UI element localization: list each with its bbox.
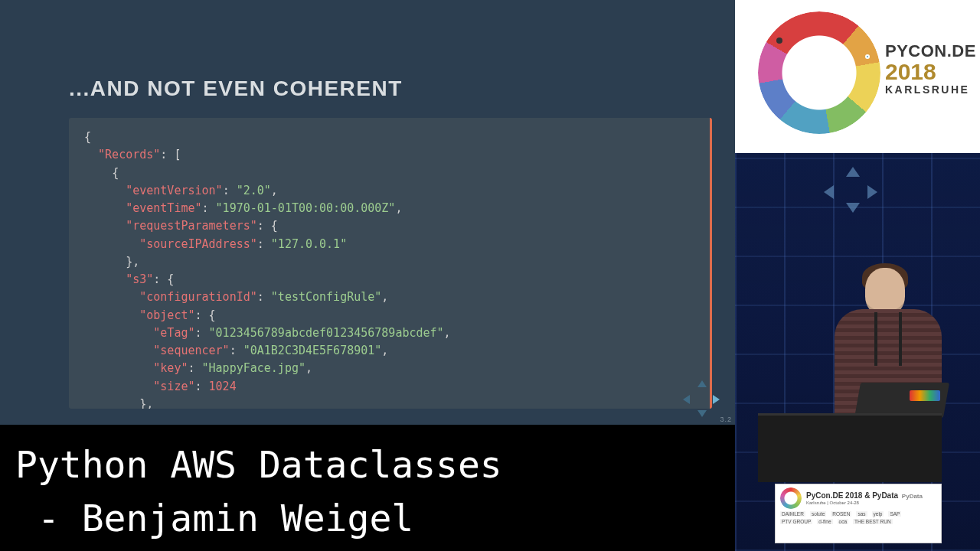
arrow-down-icon — [846, 203, 860, 213]
sponsor-chip: d-fine — [817, 519, 832, 524]
logo-line-city: KARLSRUHE — [885, 84, 976, 96]
code-line: "s3": { — [84, 271, 694, 289]
talk-title: Python AWS Dataclasses — [15, 443, 502, 486]
event-logo-panel: PYCON.DE 2018 KARLSRUHE — [735, 0, 980, 153]
sponsor-chip: solute — [810, 511, 826, 517]
code-line: "eventVersion": "2.0", — [84, 182, 694, 200]
code-line: "eventTime": "1970-01-01T00:00:00.000Z", — [84, 200, 694, 217]
speaker-name: - Benjamin Weigel — [15, 497, 413, 540]
code-line: "object": { — [84, 307, 694, 324]
code-line: { — [84, 165, 694, 182]
lectern — [758, 413, 942, 482]
code-line: }, — [84, 253, 694, 271]
sign-subtitle: & PyData — [864, 491, 898, 500]
sponsor-chip: oca — [838, 519, 848, 524]
sponsor-chip: sas — [856, 511, 867, 517]
speaker-camera-feed: PyCon.DE 2018 & PyData PyData Karlsruhe … — [735, 153, 980, 551]
mascot-eye-icon — [776, 37, 782, 44]
arrow-up-icon[interactable] — [697, 380, 707, 387]
code-line: }, — [84, 396, 694, 409]
sponsor-chip: THE BEST RUN — [853, 519, 893, 524]
sponsor-chip: SAP — [888, 511, 901, 517]
laptop-sticker-icon — [910, 390, 940, 401]
code-line: "eTag": "0123456789abcdef0123456789abcde… — [84, 324, 694, 342]
code-line: "key": "HappyFace.jpg", — [84, 360, 694, 377]
arrow-down-icon[interactable] — [697, 410, 707, 417]
pycon-ring-icon — [758, 11, 880, 134]
arrow-left-icon[interactable] — [683, 395, 690, 404]
projected-nav-arrows — [824, 167, 877, 213]
logo-line-event: PYCON.DE — [885, 42, 976, 60]
mascot-eye-icon — [865, 54, 870, 59]
pycon-ring-icon — [780, 487, 802, 509]
slide-title: ...AND NOT EVEN COHERENT — [69, 77, 712, 101]
code-line: "requestParameters": { — [84, 217, 694, 235]
sponsor-chip: DAIMLER — [780, 511, 805, 517]
code-line: "sourceIPAddress": "127.0.0.1" — [84, 236, 694, 253]
podium-sign: PyCon.DE 2018 & PyData PyData Karlsruhe … — [775, 484, 942, 543]
arrow-left-icon — [824, 185, 834, 199]
video-lower-third: Python AWS Dataclasses - Benjamin Weigel — [0, 425, 735, 551]
presentation-slide: ...AND NOT EVEN COHERENT { "Records": [ … — [0, 0, 735, 425]
event-logo-text: PYCON.DE 2018 KARLSRUHE — [885, 42, 976, 95]
code-line: "sequencer": "0A1B2C3D4E5F678901", — [84, 342, 694, 360]
code-line: { — [84, 129, 694, 146]
arrow-up-icon — [846, 167, 860, 177]
code-block: { "Records": [ { "eventVersion": "2.0", … — [69, 118, 712, 409]
pydata-tag: PyData — [902, 493, 923, 500]
sign-title: PyCon.DE 2018 — [806, 491, 862, 500]
sponsor-chip: ROSEN — [831, 511, 851, 517]
code-line: "size": 1024 — [84, 378, 694, 396]
code-line: "Records": [ — [84, 146, 694, 164]
sign-location: Karlsruhe | October 24-28 — [806, 500, 923, 506]
slide-nav-arrows[interactable] — [681, 379, 721, 419]
sponsor-chip: PTV GROUP — [780, 519, 812, 524]
code-line: "configurationId": "testConfigRule", — [84, 289, 694, 306]
sponsor-chip: yelp — [872, 511, 884, 517]
arrow-right-icon — [867, 185, 877, 199]
arrow-right-icon[interactable] — [713, 395, 720, 404]
sponsor-list: DAIMLERsoluteROSENsasyelpSAPPTV GROUPd-f… — [780, 511, 936, 524]
slide-counter: 3.2 — [720, 416, 732, 423]
logo-line-year: 2018 — [885, 60, 976, 84]
